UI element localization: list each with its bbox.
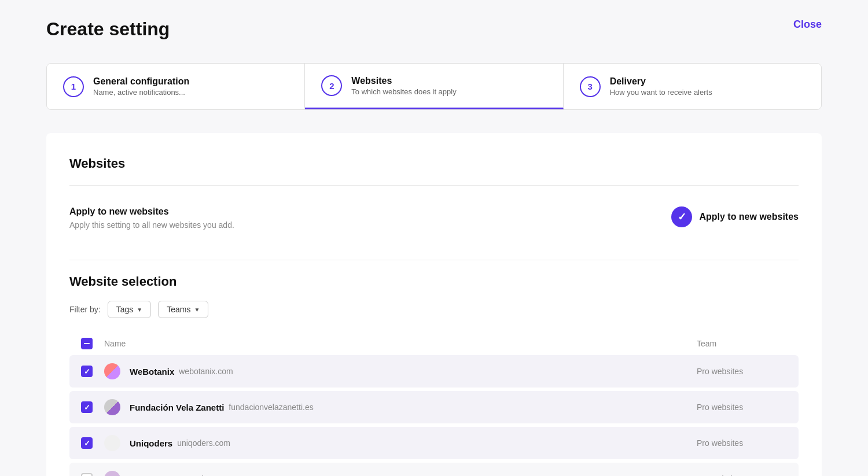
step-3-number: 3 <box>580 76 601 97</box>
content-section: Websites Apply to new websites Apply thi… <box>46 133 822 476</box>
apply-left: Apply to new websites Apply this setting… <box>69 206 648 230</box>
apply-to-new-row: Apply to new websites Apply this setting… <box>69 200 799 246</box>
chevron-down-icon: ▼ <box>194 307 200 313</box>
favicon-uniqoders <box>104 435 120 451</box>
site-url-uniqoders: uniqoders.com <box>177 438 230 448</box>
checkbox-unchecked-icon <box>81 473 93 476</box>
step-2-label: Websites <box>351 76 456 86</box>
apply-new-toggle[interactable]: ✓ Apply to new websites <box>671 206 799 227</box>
row-team-fundacion: Pro websites <box>697 403 789 412</box>
row-site-info-webotanix: WeBotanix webotanix.com <box>130 367 687 377</box>
table-header: Name Team <box>69 332 799 355</box>
favicon-naturgeis <box>104 471 120 476</box>
website-selection-title: Website selection <box>69 274 799 289</box>
row-team-webotanix: Pro websites <box>697 367 789 376</box>
row-site-info-naturgeis: Naturgeis naturgeis.com <box>130 474 687 477</box>
table-row[interactable]: ✓ WeBotanix webotanix.com Pro websites <box>69 355 799 388</box>
websites-section-title: Websites <box>69 156 799 171</box>
indeterminate-checkbox <box>81 338 93 349</box>
site-url-webotanix: webotanix.com <box>179 367 233 376</box>
step-1[interactable]: 1 General configuration Name, active not… <box>47 64 305 109</box>
site-name-uniqoders: Uniqoders <box>130 438 172 448</box>
site-name-webotanix: WeBotanix <box>130 367 174 377</box>
checkbox-checked-icon: ✓ <box>81 366 93 377</box>
step-3-text: Delivery How you want to receive alerts <box>610 76 712 97</box>
toggle-circle: ✓ <box>671 206 692 227</box>
checkbox-checked-icon: ✓ <box>81 437 93 449</box>
checkmark-icon: ✓ <box>84 403 90 412</box>
row-team-uniqoders: Pro websites <box>697 438 789 448</box>
website-table: Name Team ✓ WeBotanix webotanix.com <box>69 332 799 476</box>
site-url-fundacion: fundacionvelazanetti.es <box>229 403 313 412</box>
favicon-webotanix <box>104 363 120 379</box>
apply-new-title: Apply to new websites <box>69 206 648 217</box>
row-checkbox-fundacion[interactable]: ✓ <box>79 401 95 413</box>
step-3-sublabel: How you want to receive alerts <box>610 88 712 97</box>
indeterminate-dash <box>84 343 90 345</box>
step-1-sublabel: Name, active notifications... <box>93 88 189 97</box>
checkmark-icon: ✓ <box>84 439 90 448</box>
check-icon: ✓ <box>678 211 686 223</box>
page-title: Create setting <box>46 19 170 40</box>
step-2[interactable]: 2 Websites To which websites does it app… <box>305 64 563 109</box>
divider-2 <box>69 260 799 260</box>
stepper: 1 General configuration Name, active not… <box>46 63 822 110</box>
step-1-label: General configuration <box>93 76 189 87</box>
toggle-label: Apply to new websites <box>699 212 799 222</box>
checkbox-checked-icon: ✓ <box>81 401 93 413</box>
table-row[interactable]: ✓ Fundación Vela Zanetti fundacionvelaza… <box>69 391 799 423</box>
checkmark-icon: ✓ <box>84 367 90 376</box>
row-checkbox-webotanix[interactable]: ✓ <box>79 366 95 377</box>
page-container: Create setting Close 1 General configura… <box>0 0 868 476</box>
step-3-label: Delivery <box>610 76 712 87</box>
step-1-text: General configuration Name, active notif… <box>93 76 189 97</box>
chevron-down-icon: ▼ <box>137 307 142 313</box>
table-row[interactable]: Naturgeis naturgeis.com Pro websites <box>69 463 799 476</box>
th-team: Team <box>697 339 789 348</box>
filter-tags-button[interactable]: Tags ▼ <box>108 301 151 318</box>
step-2-text: Websites To which websites does it apply <box>351 76 456 96</box>
filter-tags-label: Tags <box>116 305 134 314</box>
row-site-info-fundacion: Fundación Vela Zanetti fundacionvelazane… <box>130 403 687 412</box>
site-name-naturgeis: Naturgeis <box>130 474 170 477</box>
close-button[interactable]: Close <box>793 19 822 31</box>
table-row[interactable]: ✓ Uniqoders uniqoders.com Pro websites <box>69 427 799 459</box>
apply-new-description: Apply this setting to all new websites y… <box>69 220 648 230</box>
filter-label: Filter by: <box>69 305 101 314</box>
divider-1 <box>69 185 799 186</box>
site-name-fundacion: Fundación Vela Zanetti <box>130 403 224 412</box>
filter-teams-label: Teams <box>167 305 190 314</box>
filter-row: Filter by: Tags ▼ Teams ▼ <box>69 301 799 318</box>
website-selection: Website selection Filter by: Tags ▼ Team… <box>69 274 799 476</box>
th-checkbox[interactable] <box>79 338 95 349</box>
th-name: Name <box>104 339 687 348</box>
row-checkbox-naturgeis[interactable] <box>79 473 95 476</box>
step-1-number: 1 <box>63 76 84 97</box>
step-2-number: 2 <box>321 75 342 96</box>
step-2-sublabel: To which websites does it apply <box>351 87 456 96</box>
page-header: Create setting Close <box>46 19 822 40</box>
step-3[interactable]: 3 Delivery How you want to receive alert… <box>564 64 821 109</box>
row-site-info-uniqoders: Uniqoders uniqoders.com <box>130 438 687 448</box>
filter-teams-button[interactable]: Teams ▼ <box>158 301 208 318</box>
row-checkbox-uniqoders[interactable]: ✓ <box>79 437 95 449</box>
favicon-fundacion <box>104 399 120 415</box>
